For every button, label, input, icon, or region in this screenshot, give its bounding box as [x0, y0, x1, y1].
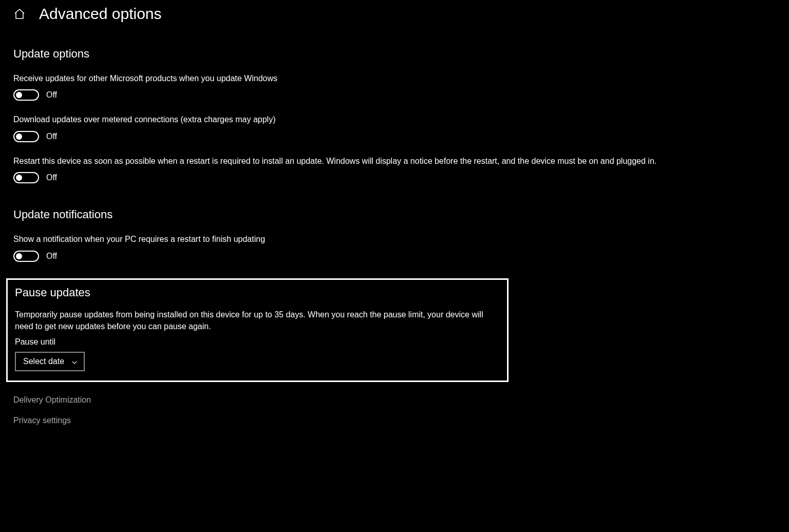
- select-date-text: Select date: [23, 357, 64, 366]
- pause-until-label: Pause until: [15, 337, 500, 347]
- home-icon[interactable]: [13, 8, 26, 20]
- show-notification-state: Off: [46, 252, 57, 261]
- restart-device-toggle[interactable]: [13, 172, 39, 183]
- restart-device-label: Restart this device as soon as possible …: [13, 156, 776, 167]
- pause-updates-description: Temporarily pause updates from being ins…: [15, 309, 500, 332]
- select-date-dropdown[interactable]: Select date: [15, 352, 85, 371]
- receive-updates-toggle[interactable]: [13, 89, 39, 101]
- show-notification-label: Show a notification when your PC require…: [13, 234, 776, 245]
- pause-updates-section: Pause updates Temporarily pause updates …: [6, 278, 509, 382]
- receive-updates-state: Off: [46, 90, 57, 100]
- metered-connections-state: Off: [46, 132, 57, 141]
- pause-updates-heading: Pause updates: [15, 286, 500, 299]
- delivery-optimization-link[interactable]: Delivery Optimization: [13, 395, 776, 405]
- show-notification-toggle[interactable]: [13, 251, 39, 262]
- update-notifications-heading: Update notifications: [13, 208, 776, 221]
- chevron-down-icon: [71, 358, 78, 365]
- update-options-heading: Update options: [13, 47, 776, 61]
- page-title: Advanced options: [39, 5, 162, 23]
- receive-updates-label: Receive updates for other Microsoft prod…: [13, 73, 776, 84]
- metered-connections-label: Download updates over metered connection…: [13, 114, 776, 125]
- restart-device-state: Off: [46, 173, 57, 182]
- metered-connections-toggle[interactable]: [13, 131, 39, 142]
- privacy-settings-link[interactable]: Privacy settings: [13, 416, 776, 425]
